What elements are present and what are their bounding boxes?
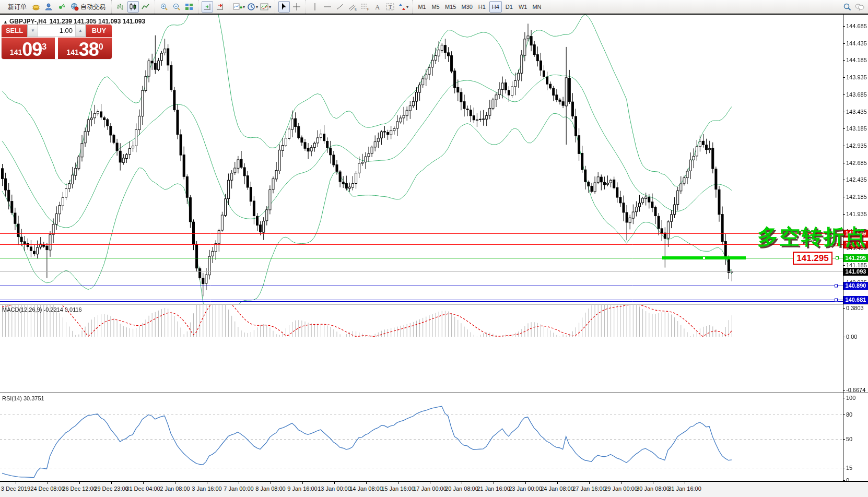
time-axis-label: 20 Jan 08:00 (445, 486, 478, 492)
timeframe-button-w1[interactable]: W1 (517, 1, 530, 13)
autotrading-label: 自动交易 (80, 3, 105, 11)
volume-field[interactable]: 1.00 (38, 25, 75, 37)
crosshair-icon[interactable] (291, 1, 302, 13)
sell-price-base: 141 (10, 46, 22, 58)
ohlc-values: 141.239 141.305 141.093 141.093 (50, 18, 146, 25)
current-price-badge-141.093: 141.093 (843, 268, 868, 276)
time-axis-label: 24 Jan 08:00 (541, 486, 574, 492)
shapes-icon[interactable]: ▾ (397, 1, 409, 13)
gold-icon[interactable] (30, 1, 42, 13)
sell-button[interactable]: SELL (2, 25, 27, 37)
timeframe-button-m5[interactable]: M5 (429, 1, 442, 13)
price-axis-label: 143.435 (846, 109, 868, 115)
channel-icon[interactable]: E (347, 1, 358, 13)
auto-scroll-icon[interactable] (202, 1, 213, 13)
buy-price[interactable]: 141380 (58, 38, 112, 59)
rsi-axis-label: 50 (846, 436, 868, 443)
price-axis-label: 144.185 (846, 57, 868, 64)
time-tick (653, 482, 653, 484)
text-label-icon[interactable]: T (384, 1, 396, 13)
time-tick (143, 482, 144, 484)
timeframe-button-h1[interactable]: H1 (476, 1, 488, 13)
autotrading-button[interactable]: 自动交易 (68, 1, 108, 13)
time-tick (16, 482, 16, 484)
annotation-text[interactable]: 多空转折点 (757, 222, 867, 251)
time-tick (557, 482, 558, 484)
price-axis-label: 143.935 (846, 74, 868, 81)
sell-price-pip: 3 (42, 38, 46, 56)
axis-tick (843, 439, 845, 440)
timeframe-button-m15[interactable]: M15 (443, 1, 458, 13)
volume-decrease-button[interactable]: ▼ (28, 25, 38, 37)
time-tick (48, 482, 48, 484)
timeframe-button-h4[interactable]: H4 (489, 1, 502, 13)
indicators-icon[interactable]: ▾ (232, 1, 245, 13)
chart-workspace: ▲GBPJPY-,H4141.239 141.305 141.093 141.0… (0, 15, 868, 497)
signals-icon[interactable] (55, 1, 67, 13)
periods-dropdown-arrow[interactable]: ▾ (256, 5, 258, 9)
time-tick (239, 482, 239, 484)
candlestick-chart-icon[interactable] (127, 1, 139, 13)
time-tick (525, 482, 526, 484)
buy-button[interactable]: BUY (86, 25, 112, 37)
time-tick (621, 482, 621, 484)
time-axis-label: 29 Dec 23:00 (94, 486, 128, 492)
zoom-in-icon[interactable] (158, 1, 170, 13)
chart-title: ▲GBPJPY-,H4141.239 141.305 141.093 141.0… (3, 18, 145, 25)
axis-tick (843, 163, 845, 163)
time-tick (175, 482, 175, 484)
axis-tick (843, 398, 845, 398)
vertical-line-icon[interactable] (309, 1, 321, 13)
svg-text:A: A (375, 3, 380, 11)
price-chart-canvas[interactable] (0, 15, 868, 481)
time-axis-label: 3 Dec 2019 (1, 486, 30, 492)
timeframe-group: M1M5M15M30H1H4D1W1MN (412, 0, 546, 14)
axis-tick (843, 128, 845, 129)
new-order-button[interactable]: 新订单 (5, 1, 29, 13)
axis-tick (843, 197, 845, 197)
time-axis-label: 31 Dec 04:00 (126, 486, 160, 492)
trendline-icon[interactable] (334, 1, 346, 13)
bar-chart-icon[interactable] (115, 1, 126, 13)
timeframe-button-m30[interactable]: M30 (459, 1, 474, 13)
timeframe-button-d1[interactable]: D1 (503, 1, 515, 13)
axis-tick (843, 265, 845, 266)
time-tick (685, 482, 685, 484)
indicators-dropdown-arrow[interactable]: ▾ (243, 5, 245, 9)
time-tick (334, 482, 335, 484)
axis-tick (843, 415, 845, 415)
zoom-out-icon[interactable] (171, 1, 182, 13)
sell-price[interactable]: 141093 (2, 38, 55, 59)
rsi-axis-label: 80 (846, 411, 868, 418)
time-tick (430, 482, 430, 484)
axis-tick (843, 77, 845, 78)
axis-tick (843, 112, 845, 112)
templates-icon[interactable]: ▾ (260, 1, 272, 13)
community-icon[interactable] (43, 1, 54, 13)
timeframe-button-mn[interactable]: MN (530, 1, 543, 13)
tile-windows-icon[interactable] (183, 1, 195, 13)
text-icon[interactable]: A (372, 1, 383, 13)
time-tick (111, 482, 112, 484)
time-tick (79, 482, 80, 484)
macd-axis-label: -0.6674 (846, 387, 868, 394)
line-chart-icon[interactable] (140, 1, 151, 13)
periods-icon[interactable]: ▾ (247, 1, 259, 13)
chat-icon[interactable] (854, 1, 865, 13)
search-icon[interactable] (841, 1, 853, 13)
cursor-icon[interactable] (278, 1, 290, 13)
svg-text:F: F (367, 7, 369, 11)
time-axis-label: 14 Jan 08:00 (349, 486, 383, 492)
buy-price-base: 141 (66, 46, 78, 58)
shapes-dropdown-arrow[interactable]: ▾ (406, 5, 408, 9)
time-axis-label: 31 Jan 16:00 (668, 486, 701, 492)
volume-increase-button[interactable]: ▲ (75, 25, 86, 37)
timeframe-button-m1[interactable]: M1 (416, 1, 428, 13)
price-axis-label: 142.685 (846, 160, 868, 167)
horizontal-line-icon[interactable] (322, 1, 333, 13)
templates-dropdown-arrow[interactable]: ▾ (269, 5, 271, 9)
chart-shift-icon[interactable] (214, 1, 226, 13)
axis-tick (843, 60, 845, 61)
fibonacci-icon[interactable]: F (359, 1, 371, 13)
price-flag-label[interactable]: 141.295 (793, 252, 832, 265)
